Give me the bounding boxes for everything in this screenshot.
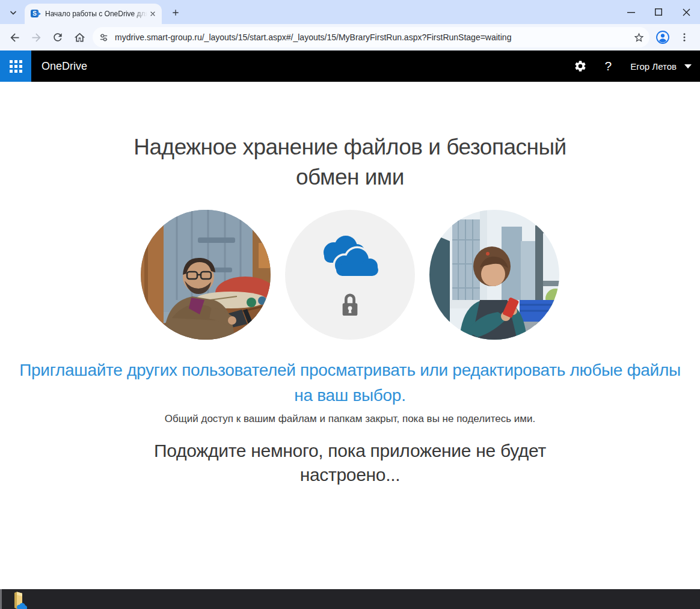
onedrive-clouds-icon <box>311 231 389 283</box>
invite-text-line2: на ваш выбор. <box>19 383 681 408</box>
privacy-text: Общий доступ к вашим файлам и папкам зак… <box>165 413 535 425</box>
taskbar-strip <box>0 589 700 609</box>
secure-storage-illustration <box>285 210 415 340</box>
site-info-icon[interactable] <box>99 32 109 43</box>
app-title: OneDrive <box>41 60 87 73</box>
folder-with-cloud-icon[interactable] <box>11 592 27 609</box>
browser-toolbar: mydrive.smart-group.ru/_layouts/15/start… <box>0 24 700 50</box>
invite-text-line1: Приглашайте других пользователей просмат… <box>19 358 681 383</box>
reload-button[interactable] <box>48 27 68 47</box>
chevron-down-icon <box>684 64 692 69</box>
first-run-page: Надежное хранение файлов и безопасный об… <box>0 82 700 589</box>
profile-avatar-icon[interactable] <box>652 27 673 47</box>
browser-window: S Начало работы с OneDrive для <box>0 0 700 609</box>
window-maximize-button[interactable] <box>645 0 672 24</box>
illustration-row <box>141 210 559 340</box>
tab-search-chevron-icon[interactable] <box>5 5 21 20</box>
window-minimize-button[interactable] <box>617 0 645 24</box>
wait-status-line2: настроено... <box>154 463 546 487</box>
bookmark-star-icon[interactable] <box>630 29 647 46</box>
page-title-line2: обмен ими <box>134 162 566 192</box>
user-menu[interactable]: Егор Летов <box>630 61 692 72</box>
user-name: Егор Летов <box>630 61 677 72</box>
sharepoint-favicon-icon: S <box>31 9 40 19</box>
wait-status-text: Подождите немного, пока приложение не бу… <box>154 439 546 487</box>
app-launcher-button[interactable] <box>0 50 31 82</box>
browser-titlebar: S Начало работы с OneDrive для <box>0 0 700 24</box>
url-text[interactable]: mydrive.smart-group.ru/_layouts/15/start… <box>115 32 630 42</box>
suite-bar-actions: ? Егор Летов <box>566 50 700 82</box>
invite-text: Приглашайте других пользователей просмат… <box>19 358 681 408</box>
back-button[interactable] <box>4 27 25 47</box>
photo-woman-with-phone <box>429 210 559 340</box>
window-close-button[interactable] <box>672 0 700 24</box>
help-button[interactable]: ? <box>594 50 622 82</box>
padlock-icon <box>339 291 361 319</box>
home-button[interactable] <box>69 27 90 47</box>
onedrive-suite-bar: OneDrive ? Егор Летов <box>0 50 700 82</box>
photo-man-at-desk <box>141 210 271 340</box>
forward-button[interactable] <box>26 27 46 47</box>
tab-title: Начало работы с OneDrive для <box>45 10 147 18</box>
window-controls <box>617 0 700 24</box>
new-tab-button[interactable] <box>167 4 184 21</box>
browser-tab[interactable]: S Начало работы с OneDrive для <box>25 4 162 24</box>
wait-status-line1: Подождите немного, пока приложение не бу… <box>154 439 546 463</box>
page-title: Надежное хранение файлов и безопасный об… <box>134 132 566 192</box>
browser-menu-icon[interactable] <box>674 27 695 47</box>
settings-gear-icon[interactable] <box>566 50 594 82</box>
tab-close-icon[interactable] <box>147 8 158 19</box>
page-title-line1: Надежное хранение файлов и безопасный <box>134 132 566 162</box>
waffle-grid-icon <box>10 60 22 73</box>
address-bar[interactable]: mydrive.smart-group.ru/_layouts/15/start… <box>93 27 649 47</box>
